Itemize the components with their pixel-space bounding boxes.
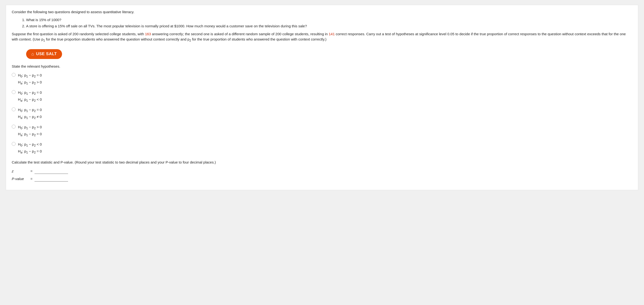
salt-button-label: USE SALT xyxy=(36,52,57,56)
hypothesis-option-2[interactable]: H0: p1 − p2 = 0 Ha: p1 − p2 < 0 xyxy=(12,90,632,103)
h0-option-3: H0: p1 − p2 = 0 xyxy=(18,107,42,113)
radio-option-2[interactable] xyxy=(12,90,16,94)
hypothesis-text-4: H0: p1 − p2 > 0 Ha: p1 − p2 = 0 xyxy=(18,124,42,138)
ha-option-5: Ha: p1 − p2 = 0 xyxy=(18,148,42,155)
sub1: 1 xyxy=(43,39,45,42)
h0-option-1: H0: p1 − p2 = 0 xyxy=(18,72,42,79)
z-input[interactable] xyxy=(34,169,68,174)
body-paragraph: Suppose the first question is asked of 2… xyxy=(12,32,632,43)
hypothesis-text-2: H0: p1 − p2 = 0 Ha: p1 − p2 < 0 xyxy=(18,90,42,103)
pvalue-label: P-value xyxy=(12,176,28,182)
hypothesis-option-5[interactable]: H0: p1 − p2 < 0 Ha: p1 − p2 = 0 xyxy=(12,141,632,155)
radio-option-5[interactable] xyxy=(12,142,16,146)
count1: 163 xyxy=(145,32,151,36)
pvalue-row: P-value = xyxy=(12,176,632,182)
radio-option-3[interactable] xyxy=(12,107,16,111)
hypothesis-text-3: H0: p1 − p2 = 0 Ha: p1 − p2 ≠ 0 xyxy=(18,107,42,120)
radio-option-4[interactable] xyxy=(12,125,16,129)
body-part1: Suppose the first question is asked of 2… xyxy=(12,32,145,36)
salt-icon: ⌂ xyxy=(32,52,34,57)
body-part4: for the true proportion students who ans… xyxy=(45,37,190,41)
use-salt-button[interactable]: ⌂ USE SALT xyxy=(26,49,62,59)
hypothesis-text-1: H0: p1 − p2 = 0 Ha: p1 − p2 > 0 xyxy=(18,72,42,86)
hypothesis-text-5: H0: p1 − p2 < 0 Ha: p1 − p2 = 0 xyxy=(18,141,42,155)
z-row: z = xyxy=(12,169,632,174)
body-part2: answering correctly; the second one is a… xyxy=(151,32,329,36)
question-2: A store is offering a 15% off sale on al… xyxy=(26,24,632,29)
h0-option-5: H0: p1 − p2 < 0 xyxy=(18,141,42,148)
radio-option-1[interactable] xyxy=(12,73,16,77)
question-list: What is 15% of 1000? A store is offering… xyxy=(26,17,632,29)
intro-opening: Consider the following two questions des… xyxy=(12,9,632,15)
calculate-section: Calculate the test statistic and P-value… xyxy=(12,160,632,182)
z-label: z xyxy=(12,169,28,174)
pvalue-input[interactable] xyxy=(34,176,68,181)
ha-option-2: Ha: p1 − p2 < 0 xyxy=(18,97,42,103)
h0-option-4: H0: p1 − p2 > 0 xyxy=(18,124,42,131)
hypotheses-section: State the relevant hypotheses. H0: p1 − … xyxy=(12,64,632,155)
hypothesis-option-4[interactable]: H0: p1 − p2 > 0 Ha: p1 − p2 = 0 xyxy=(12,124,632,138)
body-part5: for the true proportion of students who … xyxy=(191,37,326,41)
question-1: What is 15% of 1000? xyxy=(26,17,632,23)
hypothesis-option-3[interactable]: H0: p1 − p2 = 0 Ha: p1 − p2 ≠ 0 xyxy=(12,107,632,120)
h0-option-2: H0: p1 − p2 = 0 xyxy=(18,90,42,96)
ha-option-3: Ha: p1 − p2 ≠ 0 xyxy=(18,114,42,120)
calculate-title: Calculate the test statistic and P-value… xyxy=(12,160,632,165)
hypotheses-title: State the relevant hypotheses. xyxy=(12,64,632,69)
ha-option-1: Ha: p1 − p2 > 0 xyxy=(18,79,42,86)
hypothesis-option-1[interactable]: H0: p1 − p2 = 0 Ha: p1 − p2 > 0 xyxy=(12,72,632,86)
main-container: Consider the following two questions des… xyxy=(6,5,638,190)
pvalue-equals: = xyxy=(30,176,32,182)
count2: 141 xyxy=(329,32,335,36)
ha-option-4: Ha: p1 − p2 = 0 xyxy=(18,131,42,138)
z-equals: = xyxy=(30,169,32,174)
